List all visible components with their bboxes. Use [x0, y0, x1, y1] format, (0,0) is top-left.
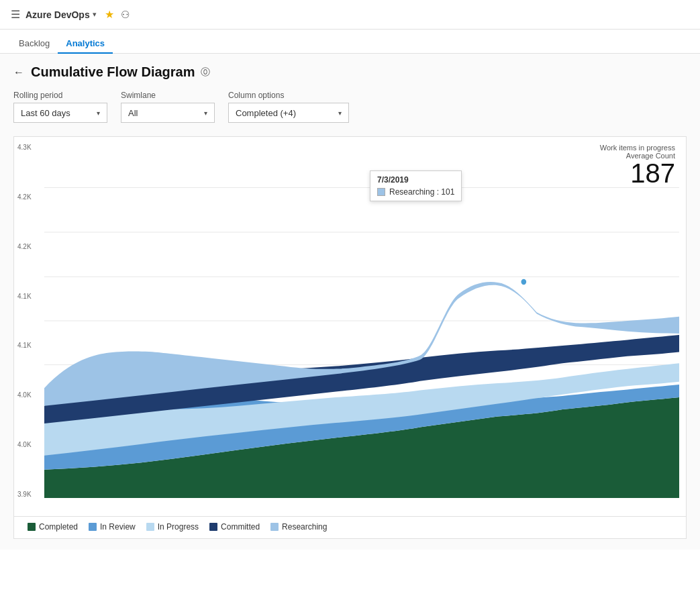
app-name: Azure DevOps — [26, 9, 90, 20]
tooltip-dot — [521, 279, 528, 286]
top-bar: ☰ Azure DevOps ▾ ★ ⚇ — [0, 0, 700, 30]
legend-item-in-review: In Review — [89, 522, 136, 532]
legend-item-committed: Committed — [209, 522, 260, 532]
legend-item-researching: Researching — [270, 522, 327, 532]
title-row: ← Cumulative Flow Diagram ⓪ — [13, 64, 687, 80]
column-options-filter: Column options Completed (+4) ▾ — [228, 91, 349, 123]
swimlane-label: Swimlane — [121, 91, 215, 100]
nav-tabs: Backlog Analytics — [0, 30, 700, 54]
app-name-chevron-icon[interactable]: ▾ — [93, 10, 97, 19]
rolling-period-filter: Rolling period Last 60 days ▾ — [13, 91, 107, 123]
y-axis-labels: 3.9K 4.0K 4.0K 4.1K 4.1K 4.2K 4.2K 4.3K — [17, 144, 32, 498]
legend-item-completed: Completed — [28, 522, 78, 532]
chart-container: Work items in progress Average Count 187… — [13, 136, 687, 539]
column-options-label: Column options — [228, 91, 349, 100]
legend-swatch-in-review — [89, 523, 97, 531]
legend-swatch-researching — [270, 523, 279, 531]
page-title: Cumulative Flow Diagram — [31, 64, 195, 80]
swimlane-filter: Swimlane All ▾ — [121, 91, 215, 123]
rolling-period-label: Rolling period — [13, 91, 107, 100]
legend-label-in-progress: In Progress — [158, 522, 199, 532]
legend-swatch-committed — [209, 523, 217, 531]
favorite-star-icon[interactable]: ★ — [105, 8, 114, 21]
tab-backlog[interactable]: Backlog — [11, 34, 58, 54]
legend-label-committed: Committed — [221, 522, 260, 532]
filters-row: Rolling period Last 60 days ▾ Swimlane A… — [13, 91, 687, 123]
column-options-select[interactable]: Completed (+4) ▾ — [228, 103, 349, 123]
rolling-period-value: Last 60 days — [21, 108, 70, 118]
app-menu-icon[interactable]: ☰ — [11, 8, 20, 21]
legend-label-completed: Completed — [39, 522, 78, 532]
swimlane-select[interactable]: All ▾ — [121, 103, 215, 123]
column-options-value: Completed (+4) — [236, 108, 296, 118]
tab-analytics[interactable]: Analytics — [58, 34, 113, 54]
flow-chart-svg — [44, 144, 679, 498]
swimlane-chevron-icon: ▾ — [204, 109, 207, 117]
legend-swatch-in-progress — [146, 523, 154, 531]
legend-label-researching: Researching — [282, 522, 327, 532]
chart-legend: Completed In Review In Progress Committe… — [14, 516, 686, 538]
rolling-period-chevron-icon: ▾ — [97, 109, 100, 117]
swimlane-value: All — [128, 108, 138, 118]
back-button[interactable]: ← — [13, 66, 24, 79]
person-icon[interactable]: ⚇ — [121, 9, 130, 21]
legend-item-in-progress: In Progress — [146, 522, 199, 532]
legend-label-in-review: In Review — [100, 522, 136, 532]
legend-swatch-completed — [28, 523, 36, 531]
rolling-period-select[interactable]: Last 60 days ▾ — [13, 103, 107, 123]
help-icon[interactable]: ⓪ — [201, 66, 210, 79]
page-content: ← Cumulative Flow Diagram ⓪ Rolling peri… — [0, 54, 700, 550]
column-options-chevron-icon: ▾ — [338, 109, 342, 117]
